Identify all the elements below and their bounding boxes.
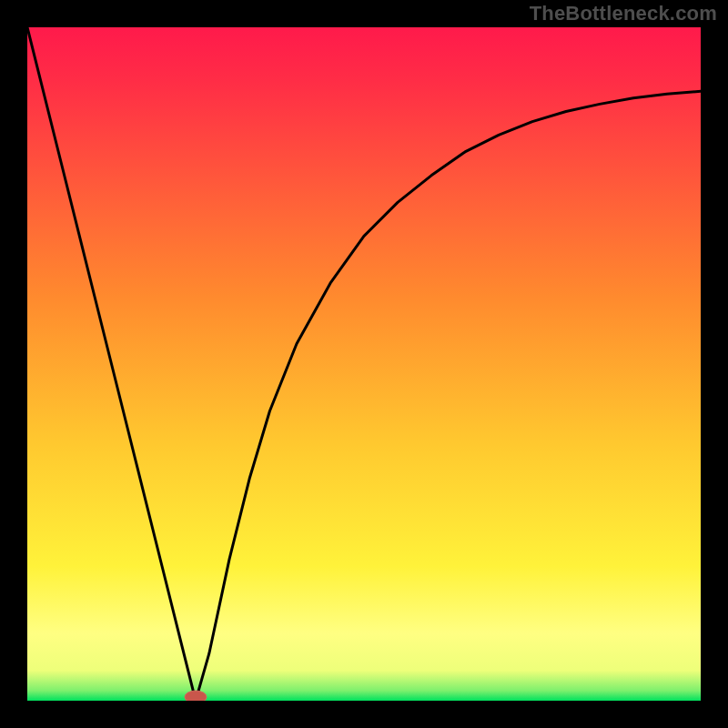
chart-frame: TheBottleneck.com (0, 0, 728, 728)
chart-svg (27, 27, 701, 701)
plot-area (27, 27, 701, 701)
watermark-text: TheBottleneck.com (530, 2, 717, 25)
min-marker (185, 691, 207, 701)
gradient-background (27, 27, 701, 701)
